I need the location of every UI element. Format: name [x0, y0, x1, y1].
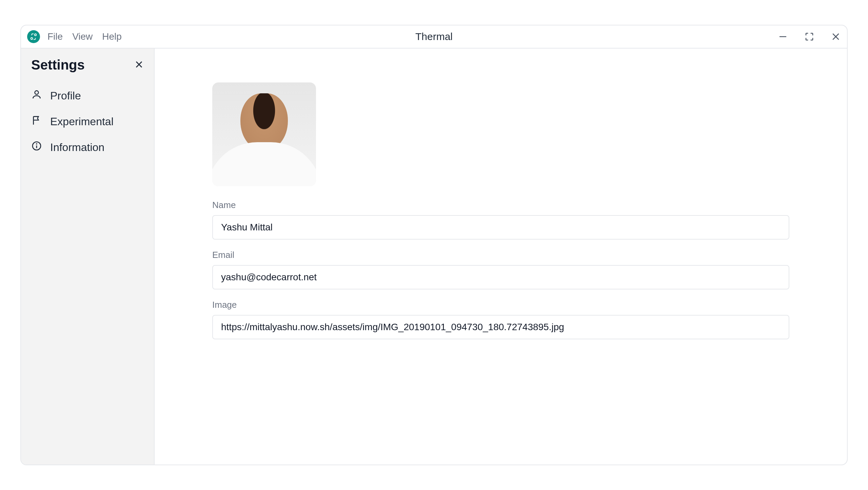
menu-file[interactable]: File — [47, 31, 63, 42]
minimize-button[interactable] — [778, 32, 788, 42]
sidebar-title: Settings — [31, 57, 85, 73]
settings-content: Name Email Image — [155, 49, 847, 465]
sidebar-item-profile[interactable]: Profile — [21, 83, 154, 109]
name-label: Name — [212, 200, 789, 210]
image-field-group: Image — [212, 300, 789, 339]
name-input[interactable] — [212, 215, 789, 240]
maximize-button[interactable] — [804, 32, 814, 42]
sidebar-item-information[interactable]: Information — [21, 134, 154, 160]
menu-help[interactable]: Help — [102, 31, 122, 42]
email-input[interactable] — [212, 265, 789, 289]
menu-view[interactable]: View — [72, 31, 93, 42]
app-logo-icon — [27, 30, 40, 43]
settings-sidebar: Settings Profile Experimental — [21, 49, 155, 465]
sidebar-item-label: Experimental — [50, 115, 114, 128]
menu-bar: File View Help — [47, 31, 122, 42]
svg-point-7 — [35, 91, 39, 94]
close-settings-button[interactable] — [134, 60, 144, 71]
app-window: File View Help Thermal Settings — [20, 25, 848, 465]
title-bar: File View Help Thermal — [21, 25, 847, 49]
window-title: Thermal — [415, 31, 453, 42]
sidebar-header: Settings — [21, 57, 154, 83]
email-label: Email — [212, 250, 789, 260]
info-icon — [31, 140, 42, 154]
svg-point-1 — [31, 38, 33, 40]
window-body: Settings Profile Experimental — [21, 49, 847, 465]
profile-avatar — [212, 82, 316, 186]
sidebar-item-label: Profile — [50, 90, 81, 102]
svg-point-10 — [36, 144, 37, 144]
sidebar-item-experimental[interactable]: Experimental — [21, 109, 154, 134]
close-window-button[interactable] — [831, 32, 841, 42]
user-icon — [31, 89, 42, 102]
name-field-group: Name — [212, 200, 789, 240]
svg-point-0 — [35, 34, 37, 36]
image-input[interactable] — [212, 315, 789, 339]
flag-icon — [31, 115, 42, 128]
email-field-group: Email — [212, 250, 789, 289]
window-controls — [778, 32, 841, 42]
sidebar-item-label: Information — [50, 141, 104, 154]
image-label: Image — [212, 300, 789, 310]
